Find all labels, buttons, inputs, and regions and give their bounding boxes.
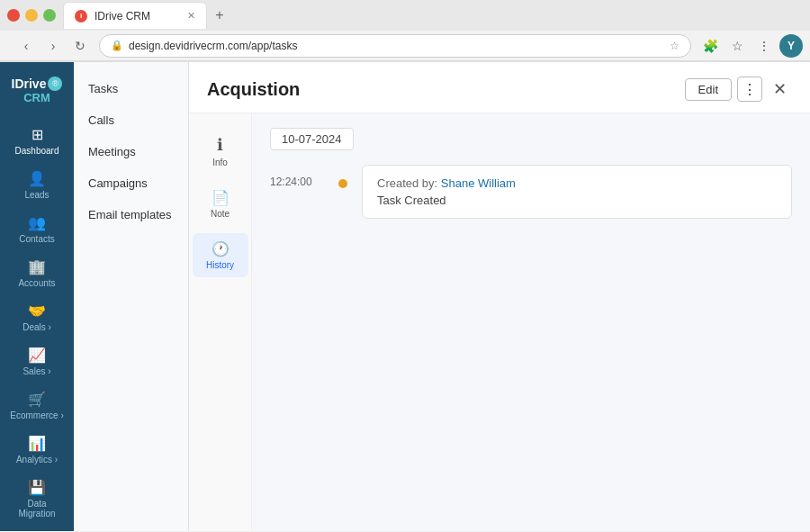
window-maximize-btn[interactable] [43,9,56,22]
sidebar-label-leads: Leads [24,190,49,200]
sidebar-item-settings[interactable]: ⚙ Settings › [4,526,69,532]
more-options-button[interactable]: ⋮ [737,77,762,102]
history-label: History [206,260,234,270]
logo-area: IDrive ® CRM [12,69,63,119]
logo-crm: CRM [12,91,63,104]
dashboard-icon: ⊞ [32,126,43,143]
refresh-button[interactable]: ↻ [68,34,92,58]
sidebar-label-sales: Sales › [22,366,50,376]
browser-menu-icon[interactable]: ⋮ [752,34,776,58]
address-text: design.devidrivecrm.com/app/tasks [129,40,664,52]
accounts-icon: 🏢 [28,258,46,275]
ecommerce-icon: 🛒 [28,391,46,408]
extensions-icon[interactable]: 🧩 [698,34,722,58]
timeline-dot [338,179,347,188]
new-tab-button[interactable]: + [207,3,232,28]
data-migration-icon: 💾 [28,479,46,496]
logo-circle: ® [48,77,62,91]
address-bar[interactable]: 🔒 design.devidrivecrm.com/app/tasks ☆ [99,34,691,58]
bookmark-star-icon[interactable]: ☆ [725,34,749,58]
sidebar-label-accounts: Accounts [18,278,55,288]
secondary-nav-email-templates[interactable]: Email templates [74,199,188,230]
logo-idrive: IDrive [12,77,47,91]
panel-body: ℹ Info 📄 Note 🕐 History 10-07-2024 12:24… [189,113,810,531]
browser-nav-controls: ‹ › ↻ [14,34,92,58]
back-button[interactable]: ‹ [14,34,38,58]
window-minimize-btn[interactable] [25,9,38,22]
bookmark-icon[interactable]: ☆ [670,40,680,52]
header-actions: Edit ⋮ ✕ [685,77,792,102]
history-icon: 🕐 [212,240,230,257]
timeline-time: 12:24:00 [270,165,324,188]
history-content-area: 10-07-2024 12:24:00 Created by: Shane Wi… [252,113,810,531]
panel-header: Acquistion Edit ⋮ ✕ [189,62,810,113]
leads-icon: 👤 [28,170,46,187]
sidebar-item-accounts[interactable]: 🏢 Accounts [4,251,69,295]
browser-chrome: i IDrive CRM ✕ + ‹ › ↻ 🔒 design.devidriv… [0,0,810,62]
content-panel: Acquistion Edit ⋮ ✕ ℹ Info 📄 Note � [189,62,810,531]
sidebar-item-ecommerce[interactable]: 🛒 Ecommerce › [4,383,69,428]
close-panel-button[interactable]: ✕ [768,77,792,101]
note-tab[interactable]: 📄 Note [193,182,248,226]
tab-close-icon[interactable]: ✕ [187,10,195,22]
info-icon: ℹ [217,135,223,155]
sidebar-item-deals[interactable]: 🤝 Deals › [4,295,69,339]
profile-avatar[interactable]: Y [779,34,803,58]
created-by-line: Created by: Shane William [377,176,777,190]
panel-title: Acquistion [207,79,685,100]
side-icon-panel: ℹ Info 📄 Note 🕐 History [189,113,252,531]
sidebar-label-data-migration: Data Migration [8,499,66,518]
edit-button[interactable]: Edit [685,78,732,101]
sidebar-label-dashboard: Dashboard [15,146,59,156]
lock-icon: 🔒 [111,40,123,51]
analytics-icon: 📊 [28,435,46,452]
sidebar-item-data-migration[interactable]: 💾 Data Migration [4,472,69,526]
sidebar-item-analytics[interactable]: 📊 Analytics › [4,428,69,472]
tab-title: IDrive CRM [94,10,150,23]
sidebar-item-sales[interactable]: 📈 Sales › [4,339,69,383]
secondary-nav-campaigns[interactable]: Campaigns [74,167,188,199]
sidebar: IDrive ® CRM ⊞ Dashboard 👤 Leads 👥 Conta… [0,62,74,531]
active-browser-tab[interactable]: i IDrive CRM ✕ [63,2,207,29]
secondary-nav: Tasks Calls Meetings Campaigns Email tem… [74,62,189,531]
address-bar-icons: ☆ [670,40,680,52]
timeline-entry: 12:24:00 Created by: Shane William Task … [270,165,792,219]
browser-right-icons: 🧩 ☆ ⋮ Y [698,34,803,58]
sidebar-bottom: ⚙ Settings › © IDrive Inc. [4,526,69,532]
sidebar-label-analytics: Analytics › [16,455,58,464]
sidebar-label-deals: Deals › [22,322,51,332]
forward-button[interactable]: › [41,34,65,58]
sales-icon: 📈 [28,347,46,364]
secondary-nav-meetings[interactable]: Meetings [74,136,188,167]
note-icon: 📄 [212,189,230,206]
sidebar-item-contacts[interactable]: 👥 Contacts [4,207,69,251]
deals-icon: 🤝 [28,302,46,320]
sidebar-label-contacts: Contacts [19,234,54,244]
action-text: Task Created [377,194,777,207]
window-close-btn[interactable] [7,9,20,22]
history-tab[interactable]: 🕐 History [193,233,248,277]
sidebar-item-leads[interactable]: 👤 Leads [4,163,69,207]
note-label: Note [211,209,230,219]
sidebar-label-ecommerce: Ecommerce › [10,410,63,420]
contacts-icon: 👥 [28,214,46,231]
browser-tab-bar: i IDrive CRM ✕ + [0,0,810,31]
info-tab[interactable]: ℹ Info [193,128,248,175]
tab-favicon: i [75,10,87,23]
secondary-nav-tasks[interactable]: Tasks [74,73,188,104]
timeline-card: Created by: Shane William Task Created [362,165,792,219]
sidebar-item-dashboard[interactable]: ⊞ Dashboard [4,119,69,163]
info-label: Info [212,158,228,167]
date-badge: 10-07-2024 [270,128,354,150]
app-container: IDrive ® CRM ⊞ Dashboard 👤 Leads 👥 Conta… [0,62,810,531]
secondary-nav-calls[interactable]: Calls [74,104,188,136]
